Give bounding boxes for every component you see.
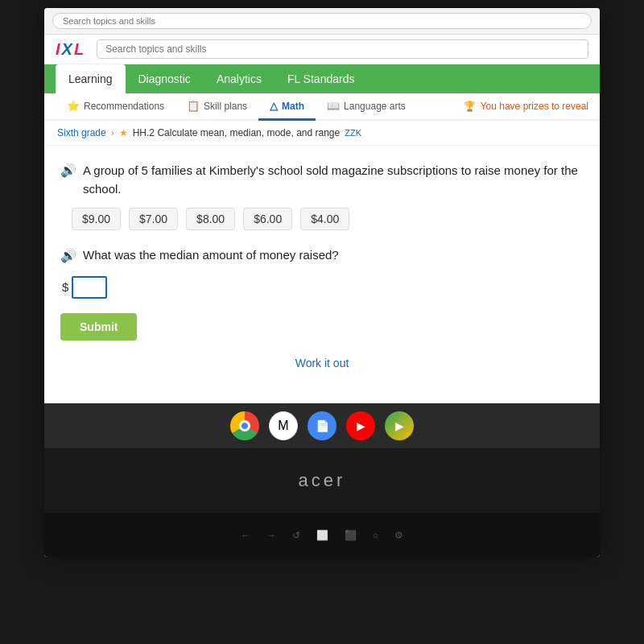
math-icon: △ — [270, 100, 278, 112]
gmail-icon: M — [278, 419, 288, 433]
speaker1-icon[interactable]: 🔊 — [60, 163, 76, 178]
key-refresh: ↺ — [292, 530, 300, 541]
value-chip-1: $7.00 — [129, 208, 178, 230]
tab-math-label: Math — [282, 101, 304, 112]
breadcrumb-grade[interactable]: Sixth grade — [57, 127, 106, 138]
skill-plans-icon: 📋 — [187, 100, 200, 112]
gmail-taskbar-icon[interactable]: M — [269, 411, 298, 440]
tab-math[interactable]: △ Math — [258, 93, 316, 121]
breadcrumb-skill: HH.2 Calculate mean, median, mode, and r… — [133, 127, 340, 138]
breadcrumb-code: ZZK — [345, 128, 361, 138]
tab-skill-plans[interactable]: 📋 Skill plans — [175, 93, 258, 121]
key-fullscreen: ⬛ — [345, 530, 357, 541]
logo-l: L — [74, 40, 84, 59]
content-area: 🔊 A group of 5 families at Kimberly's sc… — [44, 146, 600, 403]
docs-taskbar-icon[interactable]: 📄 — [308, 411, 336, 440]
play-store-taskbar-icon[interactable]: ▶ — [385, 411, 414, 440]
trophy-icon: 🏆 — [464, 101, 476, 112]
tab-language-arts-label: Language arts — [344, 101, 406, 112]
tab-skill-plans-label: Skill plans — [204, 101, 247, 112]
nav-analytics[interactable]: Analytics — [204, 64, 275, 93]
browser-bar — [44, 8, 600, 35]
values-row: $9.00 $7.00 $8.00 $6.00 $4.00 — [72, 208, 584, 230]
youtube-taskbar-icon[interactable]: ▶ — [346, 411, 375, 440]
language-arts-icon: 📖 — [327, 100, 340, 112]
value-chip-4: $4.00 — [300, 208, 349, 230]
breadcrumb-separator: › — [111, 127, 114, 138]
play-store-icon: ▶ — [395, 419, 404, 432]
nav-diagnostic[interactable]: Diagnostic — [126, 64, 204, 93]
value-chip-3: $6.00 — [243, 208, 292, 230]
question2-text: What was the median amount of money rais… — [83, 246, 339, 265]
main-nav: Learning Diagnostic Analytics FL Standar… — [44, 64, 600, 93]
prizes-text: You have prizes to reveal — [481, 101, 588, 112]
question1-text: A group of 5 families at Kimberly's scho… — [83, 162, 584, 198]
question2-row: 🔊 What was the median amount of money ra… — [60, 246, 584, 265]
tab-language-arts[interactable]: 📖 Language arts — [316, 93, 417, 121]
key-left-arrow: ← — [241, 530, 250, 541]
dollar-sign: $ — [62, 280, 68, 294]
logo-i: I — [56, 40, 60, 59]
logo-x: X — [62, 40, 72, 59]
nav-fl-standards[interactable]: FL Standards — [275, 64, 368, 93]
recommendations-icon: ⭐ — [67, 100, 80, 112]
ixl-header: IXL — [44, 35, 600, 64]
answer-row: $ — [62, 276, 584, 299]
key-settings: ⚙ — [394, 530, 403, 541]
tab-recommendations-label: Recommendations — [84, 101, 164, 112]
laptop-brand: acer — [299, 470, 346, 491]
prizes-banner[interactable]: 🏆 You have prizes to reveal — [464, 101, 588, 112]
nav-learning[interactable]: Learning — [56, 64, 126, 93]
ixl-logo[interactable]: IXL — [56, 40, 84, 59]
ixl-search-input[interactable] — [97, 39, 588, 59]
browser-search-input[interactable] — [52, 13, 592, 29]
speaker2-icon[interactable]: 🔊 — [60, 248, 76, 263]
key-right-arrow: → — [266, 530, 276, 541]
work-it-out-link[interactable]: Work it out — [60, 341, 584, 378]
key-window: ⬜ — [316, 530, 328, 541]
tab-recommendations[interactable]: ⭐ Recommendations — [56, 93, 175, 121]
taskbar: M 📄 ▶ ▶ — [44, 403, 600, 448]
chrome-taskbar-icon[interactable] — [230, 411, 259, 440]
submit-button[interactable]: Submit — [60, 313, 137, 341]
docs-icon: 📄 — [316, 419, 329, 432]
breadcrumb: Sixth grade › ★ HH.2 Calculate mean, med… — [44, 121, 600, 146]
value-chip-0: $9.00 — [72, 208, 121, 230]
sub-nav: ⭐ Recommendations 📋 Skill plans △ Math 📖… — [44, 93, 600, 121]
question1-row: 🔊 A group of 5 families at Kimberly's sc… — [60, 162, 584, 198]
answer-input[interactable] — [72, 276, 107, 299]
key-search: ○ — [373, 530, 378, 541]
keyboard-row: ← → ↺ ⬜ ⬛ ○ ⚙ — [44, 513, 600, 557]
breadcrumb-star-icon: ★ — [119, 127, 128, 138]
laptop-bottom: acer — [44, 448, 600, 513]
value-chip-2: $8.00 — [186, 208, 235, 230]
youtube-icon: ▶ — [357, 419, 365, 432]
